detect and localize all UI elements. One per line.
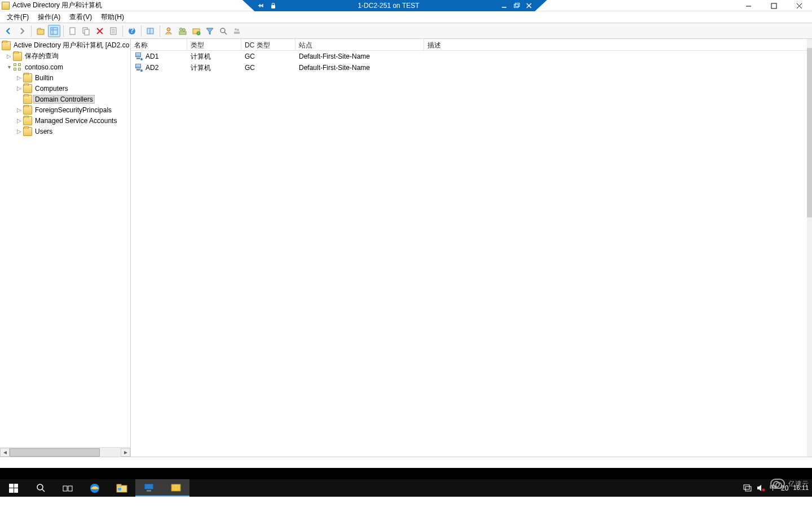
svg-point-23 bbox=[183, 28, 186, 31]
tree-computers-label: Computers bbox=[34, 85, 69, 93]
window-title: Active Directory 用户和计算机 bbox=[12, 1, 102, 10]
tree-fsp[interactable]: ▷ ForeignSecurityPrincipals bbox=[0, 104, 130, 115]
nav-back-button[interactable] bbox=[2, 25, 15, 37]
outer-maximize-button[interactable] bbox=[761, 0, 787, 11]
folder-icon bbox=[23, 127, 32, 136]
folder-icon bbox=[23, 95, 32, 104]
window-titlebar: Active Directory 用户和计算机 1-DC2-251 on TES… bbox=[0, 0, 812, 11]
collapse-icon[interactable]: ▾ bbox=[6, 64, 12, 70]
col-name[interactable]: 名称 bbox=[131, 39, 187, 50]
svg-rect-24 bbox=[179, 32, 186, 34]
new-ou-button[interactable] bbox=[190, 25, 202, 37]
task-view-button[interactable] bbox=[54, 479, 81, 497]
tree-users[interactable]: ▷ Users bbox=[0, 126, 130, 137]
taskbar-server-manager-button[interactable] bbox=[135, 479, 162, 497]
col-site[interactable]: 站点 bbox=[295, 39, 424, 50]
table-row[interactable]: AD1计算机GCDefault-First-Site-Name bbox=[131, 51, 812, 62]
col-desc[interactable]: 描述 bbox=[424, 39, 812, 50]
scroll-thumb[interactable] bbox=[10, 448, 100, 457]
app-icon bbox=[2, 2, 10, 10]
outer-minimize-button[interactable] bbox=[736, 0, 761, 11]
vm-minimize-icon[interactable] bbox=[501, 2, 508, 9]
folder-icon bbox=[23, 73, 32, 82]
menu-action[interactable]: 操作(A) bbox=[34, 11, 64, 23]
taskbar-notes-button[interactable] bbox=[162, 479, 189, 497]
new-user-button[interactable] bbox=[163, 25, 175, 37]
tree-domain[interactable]: ▾ contoso.com bbox=[0, 62, 130, 72]
window-bottom-border bbox=[0, 457, 812, 468]
help-button[interactable]: ? bbox=[126, 25, 138, 37]
copy-button[interactable] bbox=[80, 25, 92, 37]
cell-site: Default-First-Site-Name bbox=[295, 64, 424, 72]
svg-point-46 bbox=[762, 489, 765, 492]
table-row[interactable]: AD2计算机GCDefault-First-Site-Name bbox=[131, 62, 812, 73]
svg-rect-10 bbox=[70, 28, 75, 34]
tree-msa[interactable]: ▷ Managed Service Accounts bbox=[0, 115, 130, 126]
tree-saved-queries[interactable]: ▷ 保存的查询 bbox=[0, 51, 130, 62]
taskbar-explorer-button[interactable] bbox=[108, 479, 135, 497]
up-level-button[interactable] bbox=[34, 25, 47, 37]
svg-rect-6 bbox=[37, 29, 44, 34]
svg-rect-3 bbox=[515, 3, 519, 7]
tree-computers[interactable]: ▷ Computers bbox=[0, 83, 130, 94]
cut-button[interactable] bbox=[67, 25, 79, 37]
vm-title: 1-DC2-251 on TEST bbox=[276, 2, 501, 10]
tree-domain-controllers[interactable]: Domain Controllers bbox=[0, 94, 130, 104]
menu-file[interactable]: 文件(F) bbox=[3, 11, 32, 23]
more-button[interactable] bbox=[231, 25, 243, 37]
list-vertical-scrollbar[interactable] bbox=[807, 39, 812, 457]
computer-icon bbox=[134, 63, 143, 72]
vm-close-icon[interactable] bbox=[526, 2, 532, 9]
svg-rect-43 bbox=[171, 484, 180, 491]
taskbar-ie-button[interactable] bbox=[81, 479, 108, 497]
tree-saved-queries-label: 保存的查询 bbox=[24, 51, 60, 61]
svg-point-21 bbox=[167, 28, 170, 31]
svg-point-26 bbox=[197, 32, 200, 35]
watermark: 亿速云 bbox=[770, 479, 809, 489]
menu-help[interactable]: 帮助(H) bbox=[98, 11, 127, 23]
svg-rect-39 bbox=[118, 488, 121, 491]
folder-icon bbox=[2, 41, 11, 50]
taskbar-search-button[interactable] bbox=[27, 479, 54, 497]
cell-type: 计算机 bbox=[187, 52, 241, 62]
vm-restore-icon[interactable] bbox=[513, 2, 520, 9]
delete-button[interactable] bbox=[94, 25, 106, 37]
start-button[interactable] bbox=[0, 479, 27, 497]
show-details-button[interactable] bbox=[48, 25, 60, 37]
vm-pin-icon[interactable] bbox=[257, 2, 264, 9]
expand-icon[interactable]: ▷ bbox=[16, 75, 23, 81]
col-type[interactable]: 类型 bbox=[187, 39, 241, 50]
scroll-thumb[interactable] bbox=[807, 48, 812, 217]
tray-volume-icon[interactable] bbox=[756, 484, 765, 493]
expand-icon[interactable]: ▷ bbox=[16, 117, 23, 124]
tree-root[interactable]: Active Directory 用户和计算机 [AD2.co bbox=[0, 40, 130, 51]
scroll-right-icon[interactable]: ▸ bbox=[121, 448, 130, 457]
new-group-button[interactable] bbox=[176, 25, 189, 37]
menu-view[interactable]: 查看(V) bbox=[66, 11, 95, 23]
menu-bar: 文件(F) 操作(A) 查看(V) 帮助(H) bbox=[0, 11, 812, 23]
tree-builtin-label: Builtin bbox=[34, 74, 55, 82]
expand-icon[interactable]: ▷ bbox=[16, 128, 23, 134]
list-pane: 名称 类型 DC 类型 站点 描述 AD1计算机GCDefault-First-… bbox=[131, 39, 812, 457]
domain-icon bbox=[13, 63, 22, 72]
scroll-left-icon[interactable]: ◂ bbox=[0, 448, 10, 457]
tray-network-icon[interactable] bbox=[743, 484, 752, 493]
expand-icon[interactable]: ▷ bbox=[16, 107, 23, 113]
tree-builtin[interactable]: ▷ Builtin bbox=[0, 72, 130, 83]
properties-button[interactable] bbox=[107, 25, 120, 37]
nav-forward-button[interactable] bbox=[16, 25, 28, 37]
expand-icon[interactable]: ▷ bbox=[6, 53, 12, 59]
svg-point-30 bbox=[237, 29, 239, 31]
refresh-button[interactable] bbox=[144, 25, 157, 37]
find-button[interactable] bbox=[217, 25, 230, 37]
expand-icon[interactable]: ▷ bbox=[16, 85, 23, 91]
col-dctype[interactable]: DC 类型 bbox=[241, 39, 295, 50]
filter-button[interactable] bbox=[204, 25, 216, 37]
svg-text:?: ? bbox=[130, 27, 134, 34]
svg-point-32 bbox=[37, 484, 43, 490]
tree-horizontal-scrollbar[interactable]: ◂ ▸ bbox=[0, 447, 130, 457]
vm-lock-icon[interactable] bbox=[270, 2, 276, 9]
svg-rect-34 bbox=[63, 486, 67, 491]
svg-point-29 bbox=[235, 28, 237, 30]
outer-close-button[interactable] bbox=[787, 0, 812, 11]
